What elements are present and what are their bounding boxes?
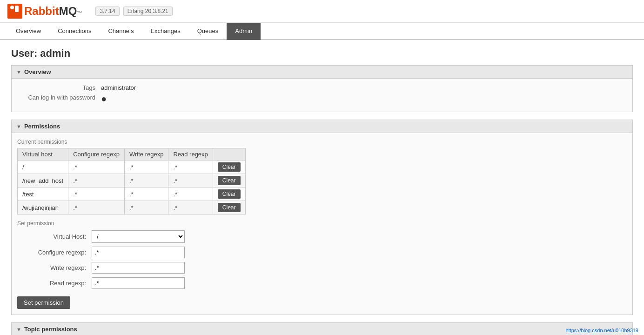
- tags-row: Tags administrator: [17, 84, 627, 91]
- clear-button[interactable]: Clear: [218, 162, 241, 172]
- read-form-label: Read regexp:: [17, 280, 92, 287]
- col-write: Write regexp: [124, 148, 168, 161]
- current-permissions-label: Current permissions: [17, 139, 627, 145]
- permissions-section: ▼ Permissions Current permissions Virtua…: [11, 120, 633, 315]
- footer-url: https://blog.csdn.net/u010b9319: [565, 328, 638, 333]
- cell-read: .*: [168, 174, 213, 188]
- cell-write: .*: [124, 201, 168, 214]
- nav-overview[interactable]: Overview: [7, 23, 49, 40]
- permissions-section-title: Permissions: [24, 123, 60, 130]
- nav-channels[interactable]: Channels: [100, 23, 142, 40]
- erlang-badge: Erlang 20.3.8.21: [123, 7, 173, 16]
- write-input[interactable]: [92, 262, 185, 274]
- vhost-form-label: Virtual Host:: [17, 233, 92, 240]
- cell-vhost: /new_add_host: [18, 174, 68, 188]
- table-row: /wujianqinjian .* .* .* Clear: [18, 201, 246, 214]
- nav-connections[interactable]: Connections: [49, 23, 100, 40]
- set-permission-label: Set permission: [17, 220, 627, 227]
- table-row: /test .* .* .* Clear: [18, 188, 246, 201]
- logo-rabbit: Rabbit: [24, 5, 59, 17]
- write-form-row: Write regexp:: [17, 262, 627, 274]
- col-configure: Configure regexp: [68, 148, 125, 161]
- overview-section-body: Tags administrator Can log in with passw…: [11, 78, 633, 112]
- page-title: User: admin: [11, 47, 633, 60]
- cell-configure: .*: [68, 201, 125, 214]
- cell-write: .*: [124, 188, 168, 201]
- cell-configure: .*: [68, 161, 125, 174]
- vhost-form-row: Virtual Host: //new_add_host/test/wujian…: [17, 230, 627, 243]
- clear-button[interactable]: Clear: [218, 176, 241, 185]
- logo-trademark: ™: [77, 10, 82, 16]
- permissions-arrow-icon: ▼: [16, 124, 21, 129]
- cell-read: .*: [168, 201, 213, 214]
- write-form-label: Write regexp:: [17, 264, 92, 271]
- logo-icon: [7, 4, 22, 19]
- configure-form-row: Configure regexp:: [17, 247, 627, 258]
- overview-section-header[interactable]: ▼ Overview: [11, 65, 633, 78]
- col-action: [213, 148, 245, 161]
- table-row: /new_add_host .* .* .* Clear: [18, 174, 246, 188]
- cell-read: .*: [168, 188, 213, 201]
- configure-form-label: Configure regexp:: [17, 249, 92, 256]
- configure-input[interactable]: [92, 247, 185, 258]
- nav: Overview Connections Channels Exchanges …: [0, 23, 644, 40]
- content: User: admin ▼ Overview Tags administrato…: [0, 40, 644, 335]
- table-row: / .* .* .* Clear: [18, 161, 246, 174]
- cell-write: .*: [124, 174, 168, 188]
- header: RabbitMQ™ 3.7.14 Erlang 20.3.8.21: [0, 0, 644, 23]
- permissions-table-head: Virtual host Configure regexp Write rege…: [18, 148, 246, 161]
- cell-vhost: /wujianqinjian: [18, 201, 68, 214]
- login-row: Can log in with password ●: [17, 94, 627, 103]
- nav-exchanges[interactable]: Exchanges: [142, 23, 188, 40]
- cell-vhost: /test: [18, 188, 68, 201]
- overview-section-title: Overview: [24, 68, 51, 75]
- topic-arrow-icon: ▼: [16, 327, 21, 332]
- page-title-value: admin: [40, 47, 70, 59]
- col-read: Read regexp: [168, 148, 213, 161]
- nav-admin[interactable]: Admin: [227, 23, 261, 40]
- permissions-table: Virtual host Configure regexp Write rege…: [17, 148, 246, 214]
- cell-vhost: /: [18, 161, 68, 174]
- cell-action[interactable]: Clear: [213, 201, 245, 214]
- overview-arrow-icon: ▼: [16, 69, 21, 75]
- cell-write: .*: [124, 161, 168, 174]
- version-info: 3.7.14 Erlang 20.3.8.21: [95, 7, 172, 16]
- permissions-section-body: Current permissions Virtual host Configu…: [11, 133, 633, 315]
- nav-queues[interactable]: Queues: [189, 23, 227, 40]
- login-value: ●: [101, 94, 107, 103]
- logo-mq: MQ: [59, 5, 77, 17]
- footer: https://blog.csdn.net/u010b9319: [565, 328, 638, 333]
- clear-button[interactable]: Clear: [218, 203, 241, 212]
- cell-configure: .*: [68, 188, 125, 201]
- permissions-table-body: / .* .* .* Clear /new_add_host .* .* .* …: [18, 161, 246, 214]
- topic-section-title: Topic permissions: [24, 326, 77, 333]
- overview-section: ▼ Overview Tags administrator Can log in…: [11, 65, 633, 112]
- cell-read: .*: [168, 161, 213, 174]
- topic-section-header[interactable]: ▼ Topic permissions: [11, 322, 633, 335]
- topic-permissions-section: ▼ Topic permissions Current topic permis…: [11, 322, 633, 335]
- tags-label: Tags: [17, 84, 101, 91]
- vhost-select[interactable]: //new_add_host/test/wujianqinjian: [92, 230, 185, 243]
- read-form-row: Read regexp:: [17, 277, 627, 289]
- cell-action[interactable]: Clear: [213, 188, 245, 201]
- clear-button[interactable]: Clear: [218, 189, 241, 199]
- set-permission-button[interactable]: Set permission: [17, 296, 70, 309]
- col-vhost: Virtual host: [18, 148, 68, 161]
- cell-action[interactable]: Clear: [213, 161, 245, 174]
- logo: RabbitMQ™: [7, 4, 82, 19]
- read-input[interactable]: [92, 277, 185, 289]
- page-title-prefix: User:: [11, 47, 40, 59]
- permissions-section-header[interactable]: ▼ Permissions: [11, 120, 633, 133]
- version-badge: 3.7.14: [95, 7, 119, 16]
- login-label: Can log in with password: [17, 94, 101, 103]
- logo-text: RabbitMQ™: [24, 5, 82, 18]
- cell-configure: .*: [68, 174, 125, 188]
- tags-value: administrator: [101, 84, 136, 91]
- cell-action[interactable]: Clear: [213, 174, 245, 188]
